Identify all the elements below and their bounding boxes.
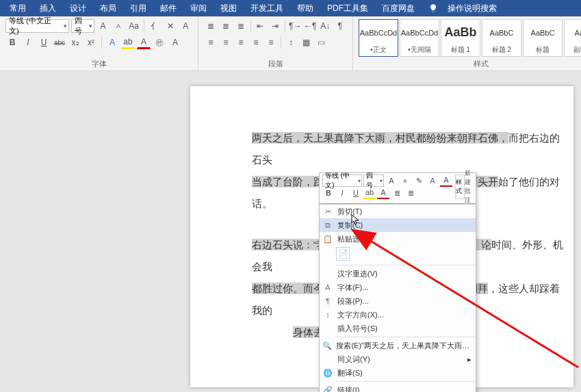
menu-item[interactable]: 视图 [214, 0, 244, 16]
paragraph-icon: ¶ [322, 296, 333, 306]
char-shading-button[interactable]: A [168, 36, 182, 49]
bold-button[interactable]: B [5, 36, 19, 49]
style-name: 标题 [536, 45, 550, 56]
mini-fontcolor-a-button[interactable]: A [426, 174, 439, 187]
highlight-button[interactable]: ab [121, 36, 135, 49]
style-tile[interactable]: AaBb副标题 [564, 19, 581, 57]
context-menu: ✂剪切(T) ⧉复制(C) 📋粘贴选项: 📄 汉字重选(V) A字体(F)...… [319, 204, 476, 392]
chevron-right-icon: ▸ [467, 355, 472, 364]
menu-item[interactable]: 审阅 [183, 0, 214, 16]
shrink-font-button[interactable]: A [112, 19, 125, 33]
menu-item[interactable]: 开发工具 [244, 0, 290, 16]
change-case-button[interactable]: Aa [127, 19, 141, 33]
font-size-combo[interactable]: 四号 [71, 19, 94, 33]
mini-color-button[interactable]: A [377, 187, 389, 199]
font-color-button[interactable]: A [137, 36, 151, 49]
strike-button[interactable]: abc [53, 36, 66, 49]
rtl-button[interactable]: ←¶ [303, 19, 317, 33]
grow-font-button[interactable]: A [96, 19, 110, 33]
decrease-indent-button[interactable]: ⇤ [254, 19, 268, 33]
align-right-button[interactable]: ≡ [234, 36, 248, 49]
ctx-insert-symbol[interactable]: 插入符号(S) [320, 322, 476, 335]
align-center-button[interactable]: ≡ [219, 36, 233, 49]
borders-button[interactable]: ▭ [314, 36, 328, 49]
menu-item[interactable]: 布局 [93, 0, 123, 16]
menu-item[interactable]: PDF工具集 [320, 0, 375, 16]
text-direction-icon: ↕ [322, 309, 333, 320]
clear-format-button[interactable]: ✕ [164, 19, 177, 33]
copy-icon: ⧉ [322, 220, 333, 231]
style-tile[interactable]: AaBbCcDd•无间隔 [400, 19, 439, 57]
mini-bullets-button[interactable]: ≣ [391, 187, 403, 199]
mini-styles-button[interactable]: 样式 [455, 174, 465, 199]
ltr-button[interactable]: ¶→ [288, 19, 302, 33]
menu-item[interactable]: 插入 [33, 0, 63, 16]
menu-item[interactable]: 帮助 [290, 0, 320, 16]
subscript-button[interactable]: x₂ [68, 36, 82, 49]
align-left-button[interactable]: ≡ [204, 36, 218, 49]
increase-indent-button[interactable]: ⇥ [268, 19, 282, 33]
mini-numbers-button[interactable]: ≣ [404, 187, 417, 199]
ctx-search[interactable]: 🔍搜索(E)"两天之后，天上果真降下大雨，村..." [320, 339, 476, 352]
clipboard-icon: 📋 [322, 233, 333, 244]
menu-item[interactable]: 常用 [3, 0, 33, 16]
multilevel-list-button[interactable]: ≣ [234, 19, 248, 33]
style-sample: AaBbC [490, 20, 514, 45]
link-icon: 🔗 [322, 384, 333, 392]
ctx-synonym[interactable]: 同义词(Y)▸ [320, 352, 476, 366]
ribbon-group-label: 字体 [5, 57, 192, 69]
style-name: •无间隔 [408, 45, 431, 56]
search-icon: 🔍 [322, 340, 332, 351]
menu-item[interactable]: 设计 [63, 0, 93, 16]
ctx-translate[interactable]: 🌐翻译(S) [320, 366, 476, 380]
mini-grow-font-button[interactable]: A [385, 174, 398, 187]
menu-item[interactable]: 引用 [123, 0, 153, 16]
style-name: 标题 2 [492, 45, 511, 56]
superscript-button[interactable]: x² [84, 36, 98, 49]
ribbon-group-label: 段落 [204, 57, 347, 69]
menu-item[interactable]: 百度网盘 [375, 0, 422, 16]
phonetic-guide-button[interactable]: ⺅ [148, 19, 162, 33]
ctx-text-direction[interactable]: ↕文字方向(X)... [320, 308, 476, 322]
font-name-combo[interactable]: 等线 (中文正文) [5, 19, 69, 33]
style-tile[interactable]: AaBb标题 1 [441, 19, 480, 57]
text-effect-button[interactable]: A [105, 36, 119, 49]
ctx-paste-keep-source[interactable]: 📄 [336, 247, 350, 261]
line-spacing-button[interactable]: ↕ [284, 36, 298, 49]
ribbon-group-paragraph: ≣ ≣ ≣ ⇤ ⇥ ¶→ ←¶ A↓ ¶ ≡ ≡ ≡ ≡ ≡ ↕ ▦ [198, 16, 353, 70]
ctx-link[interactable]: 🔗链接(I) [320, 383, 476, 392]
style-tile[interactable]: AaBbC标题 [523, 19, 563, 57]
tell-me-search[interactable]: 操作说明搜索 [422, 0, 511, 16]
ribbon-group-font: 等线 (中文正文) 四号 A A Aa ⺅ ✕ A B I U abc x₂ x… [0, 16, 198, 70]
mini-font-size-combo[interactable]: 四号 [363, 174, 384, 187]
ctx-hanzi-reselect[interactable]: 汉字重选(V) [320, 267, 476, 280]
mini-font-name-combo[interactable]: 等线 (中文) [322, 174, 362, 187]
numbering-button[interactable]: ≣ [219, 19, 233, 33]
style-tile[interactable]: AaBbC标题 2 [482, 19, 521, 57]
paragraph[interactable]: 两天之后，天上果真降下大雨，村民都纷纷来朝拜石佛，而把右边的石头 [252, 127, 567, 171]
italic-button[interactable]: I [21, 36, 35, 49]
mini-shrink-font-button[interactable]: A [399, 174, 411, 187]
style-sample: AaBbCcDd [360, 20, 397, 45]
style-name: 标题 1 [451, 45, 470, 56]
bullets-button[interactable]: ≣ [204, 19, 218, 33]
style-tile[interactable]: AaBbCcDd•正文 [359, 19, 398, 57]
enclose-char-button[interactable]: ㊕ [153, 36, 166, 49]
menu-item[interactable]: 邮件 [153, 0, 183, 16]
underline-button[interactable]: U [37, 36, 51, 49]
mini-new-comment-button[interactable]: 新建 批注 [465, 174, 473, 199]
align-justify-button[interactable]: ≡ [249, 36, 263, 49]
style-sample: AaBb [575, 20, 581, 45]
ctx-paste-options-label: 📋粘贴选项: [320, 232, 476, 246]
show-marks-button[interactable]: ¶ [333, 19, 347, 33]
ctx-paragraph[interactable]: ¶段落(P)... [320, 294, 476, 308]
ctx-copy[interactable]: ⧉复制(C) [320, 218, 476, 232]
shading-button[interactable]: ▦ [299, 36, 313, 49]
mini-fontcolor-b-button[interactable]: A [440, 174, 452, 187]
ctx-cut[interactable]: ✂剪切(T) [320, 205, 476, 218]
align-distribute-button[interactable]: ≡ [264, 36, 278, 49]
char-border-button[interactable]: A [179, 19, 192, 33]
ctx-font[interactable]: A字体(F)... [320, 280, 476, 294]
sort-button[interactable]: A↓ [318, 19, 332, 33]
mini-format-painter-button[interactable]: ✎ [413, 174, 425, 187]
